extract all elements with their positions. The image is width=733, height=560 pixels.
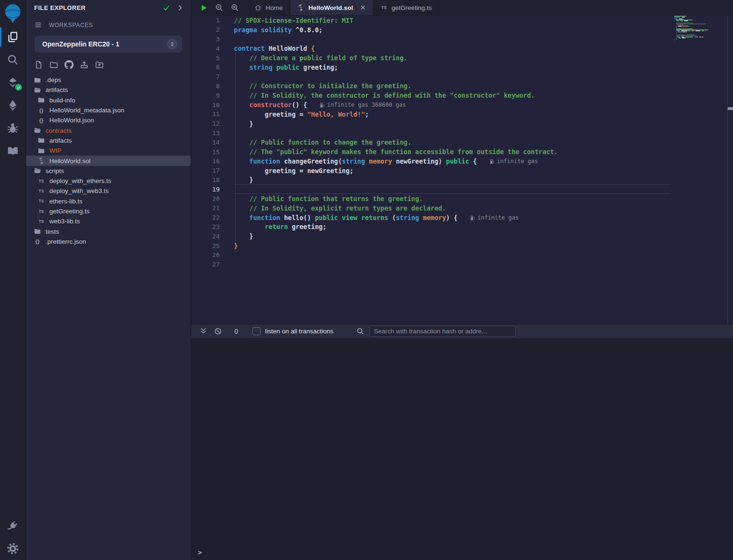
terminal-output[interactable]: > — [191, 338, 733, 560]
code-line-13[interactable]: 13 — [191, 129, 733, 138]
tree-item-ethers-lib-ts[interactable]: TSethers-lib.ts — [26, 196, 191, 206]
minimap[interactable] — [674, 16, 713, 43]
code-text: // SPDX-License-Identifier: MIT — [234, 17, 353, 24]
collapse-terminal-icon[interactable] — [199, 327, 207, 335]
search-icon — [356, 327, 364, 335]
code-line-8[interactable]: 8 // Constructor to initialize the greet… — [191, 82, 733, 91]
close-tab-icon[interactable] — [360, 4, 366, 11]
code-line-22[interactable]: 22 function hello() public view returns … — [191, 213, 733, 222]
code-line-15[interactable]: 15 // The "public" keyword makes the fun… — [191, 147, 733, 156]
code-line-18[interactable]: 18 } — [191, 175, 733, 185]
tree-item-scripts[interactable]: scripts — [26, 166, 191, 176]
solidity-unit-testing-button[interactable] — [0, 139, 26, 162]
line-number: 26 — [191, 251, 220, 258]
code-line-16[interactable]: 16 function changeGreeting(string memory… — [191, 156, 733, 166]
search-button[interactable] — [0, 48, 26, 71]
tree-item-label: .deps — [46, 76, 61, 83]
code-line-12[interactable]: 12 } — [191, 119, 733, 129]
zoom-in-button[interactable] — [231, 3, 239, 12]
tree-item--prettierrc-json[interactable]: {}.prettierrc.json — [26, 237, 191, 247]
code-text: string public greeting; — [234, 64, 338, 71]
folder-icon — [34, 76, 41, 84]
plugin-manager-icon — [7, 520, 19, 532]
tree-item-deploy-with-web3-ts[interactable]: TSdeploy_with_web3.ts — [26, 186, 191, 196]
code-line-1[interactable]: 1// SPDX-License-Identifier: MIT — [191, 16, 733, 25]
code-text: } — [234, 120, 253, 128]
line-number: 10 — [191, 101, 220, 109]
gas-pump-icon — [490, 158, 494, 164]
code-text: function hello() public view returns (st… — [234, 214, 519, 221]
file-explorer-button[interactable] — [0, 26, 26, 48]
home-icon — [254, 4, 262, 11]
tab-getgreeting-ts[interactable]: TSgetGreeting.ts — [373, 0, 439, 15]
upload-folder-icon[interactable] — [95, 60, 104, 69]
tree-item-build-info[interactable]: build-info — [26, 95, 191, 105]
tree-item-helloworld-json[interactable]: {}HelloWorld.json — [26, 115, 191, 125]
code-line-3[interactable]: 3 — [191, 35, 733, 44]
hamburger-menu-icon[interactable] — [34, 21, 42, 29]
deploy-and-run-button[interactable] — [0, 94, 26, 117]
chevron-right-icon[interactable] — [176, 4, 184, 12]
listen-transactions-checkbox[interactable] — [252, 327, 260, 335]
editor-scrollbar[interactable] — [727, 16, 733, 324]
code-line-5[interactable]: 5 // Declare a public field of type stri… — [191, 53, 733, 63]
tree-item-web3-lib-ts[interactable]: TSweb3-lib.ts — [26, 216, 191, 226]
remix-logo[interactable] — [0, 0, 26, 26]
code-line-14[interactable]: 14 // Public function to change the gree… — [191, 138, 733, 147]
clear-console-icon[interactable] — [214, 327, 222, 335]
solidity-compiler-button[interactable] — [0, 71, 26, 94]
code-line-7[interactable]: 7 — [191, 72, 733, 82]
tree-item-helloworld-metadata-json[interactable]: {}HelloWorld_metadata.json — [26, 105, 191, 115]
swap-workspace-icon[interactable] — [167, 39, 177, 49]
tree-item-wip[interactable]: WIP — [26, 146, 191, 156]
file-explorer-toolbar — [26, 53, 191, 73]
code-line-24[interactable]: 24 } — [191, 231, 733, 241]
tree-item-tests[interactable]: tests — [26, 226, 191, 236]
new-file-icon[interactable] — [34, 60, 43, 69]
code-line-2[interactable]: 2pragma solidity ^0.8.0; — [191, 25, 733, 35]
code-line-17[interactable]: 17 greeting = newGreeting; — [191, 166, 733, 175]
code-text: // Public function to change the greetin… — [234, 138, 411, 146]
line-number: 17 — [191, 167, 220, 174]
code-line-26[interactable]: 26 — [191, 250, 733, 260]
terminal-prompt: > — [198, 549, 202, 556]
tree-item-deploy-with-ethers-ts[interactable]: TSdeploy_with_ethers.ts — [26, 176, 191, 186]
code-line-19[interactable]: 19 — [191, 184, 733, 194]
tab-home[interactable]: Home — [248, 0, 290, 15]
new-folder-icon[interactable] — [49, 60, 58, 69]
line-number: 19 — [191, 186, 220, 193]
listen-transactions-label: listen on all transactions — [265, 328, 334, 335]
code-line-23[interactable]: 23 return greeting; — [191, 222, 733, 232]
line-number: 24 — [191, 233, 220, 240]
code-line-11[interactable]: 11 greeting = "Hello, World!"; — [191, 110, 733, 119]
plugin-manager-button[interactable] — [0, 514, 26, 537]
transaction-search-input[interactable] — [370, 326, 516, 337]
check-icon — [162, 4, 170, 12]
tab-label: Home — [266, 4, 283, 11]
debugger-button[interactable] — [0, 117, 26, 139]
tree-item--deps[interactable]: .deps — [26, 75, 191, 85]
code-text: return greeting; — [234, 223, 326, 230]
tree-item-artifacts[interactable]: artifacts — [26, 85, 191, 95]
github-icon[interactable] — [65, 60, 74, 69]
code-line-9[interactable]: 9 // In Solidity, the constructor is def… — [191, 91, 733, 100]
play-run-script-button[interactable] — [200, 4, 208, 12]
code-line-6[interactable]: 6 string public greeting; — [191, 63, 733, 72]
tab-helloworld-sol[interactable]: HelloWorld.sol — [290, 0, 373, 15]
line-number: 12 — [191, 120, 220, 127]
code-line-21[interactable]: 21 // In Solidity, explicit return types… — [191, 203, 733, 213]
tree-item-helloworld-sol[interactable]: HelloWorld.sol — [26, 156, 191, 165]
code-line-20[interactable]: 20 // Public function that returns the g… — [191, 194, 733, 203]
upload-file-icon[interactable] — [80, 60, 89, 69]
code-line-27[interactable]: 27 — [191, 260, 733, 269]
code-line-10[interactable]: 10 constructor() {infinite gas 368600 ga… — [191, 100, 733, 110]
code-editor[interactable]: 1// SPDX-License-Identifier: MIT2pragma … — [191, 16, 733, 324]
tree-item-artifacts[interactable]: artifacts — [26, 136, 191, 146]
settings-button[interactable] — [0, 537, 26, 560]
workspace-selector[interactable]: OpenZeppelin ERC20 - 1 — [35, 36, 182, 53]
tree-item-contracts[interactable]: contracts — [26, 125, 191, 135]
tree-item-getgreeting-ts[interactable]: TSgetGreeting.ts — [26, 206, 191, 216]
code-line-25[interactable]: 25} — [191, 241, 733, 250]
code-line-4[interactable]: 4contract HelloWorld { — [191, 44, 733, 53]
zoom-out-button[interactable] — [215, 3, 223, 12]
